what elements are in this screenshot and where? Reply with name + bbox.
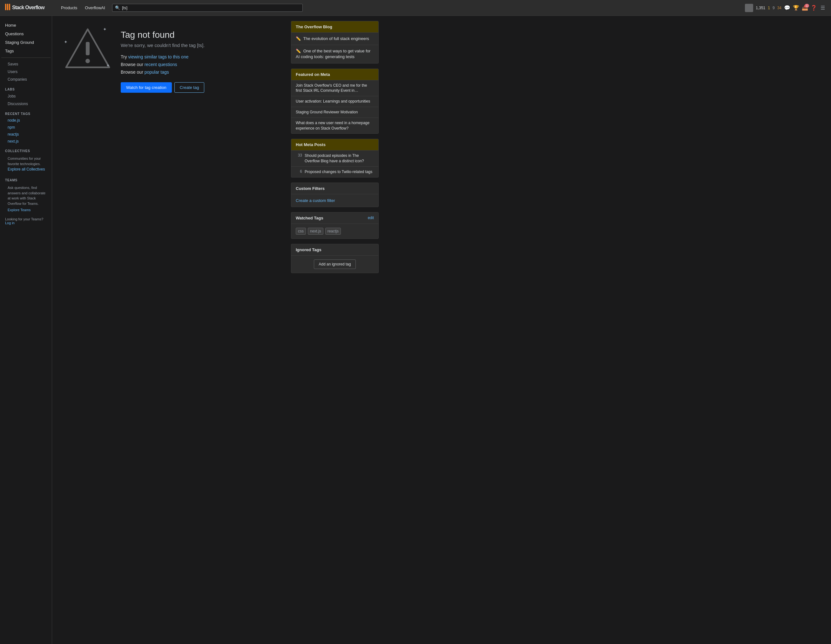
- sidebar-item-questions[interactable]: Questions: [1, 30, 51, 38]
- featured-meta-link-4[interactable]: What does a new user need in a homepage …: [296, 121, 369, 130]
- try-text: Try: [121, 54, 127, 59]
- svg-rect-0: [5, 4, 6, 10]
- hot-meta-widget: Hot Meta Posts 33 Should podcast episode…: [291, 139, 379, 177]
- watch-tag-button[interactable]: Watch for tag creation: [121, 82, 172, 93]
- avatar[interactable]: [745, 4, 753, 12]
- help-icon[interactable]: ❓: [811, 5, 817, 11]
- ignored-tags-body: Add an ignored tag: [291, 256, 378, 273]
- recent-tag-nextjs[interactable]: next.js: [1, 138, 51, 145]
- reputation-stat: 1,351: [756, 6, 765, 10]
- sidebar-item-staging-ground[interactable]: Staging Ground: [1, 38, 51, 47]
- explore-collectives-link[interactable]: Explore all Collectives: [8, 167, 45, 172]
- popular-tags-link[interactable]: popular tags: [145, 70, 169, 75]
- ignored-tags-header: Ignored Tags: [291, 244, 378, 256]
- create-tag-button[interactable]: Create tag: [174, 82, 205, 93]
- main-content: ✦ ✦ ✦ Tag not found We're sorry, we coul…: [52, 16, 287, 644]
- teams-label: TEAMS: [1, 174, 51, 183]
- sidebar-item-jobs[interactable]: Jobs: [1, 92, 51, 100]
- svg-rect-2: [9, 4, 10, 10]
- ignored-tags-widget: Ignored Tags Add an ignored tag: [291, 244, 379, 273]
- pencil-icon-1: ✏️: [296, 36, 301, 41]
- top-navigation: Stack Overflow Products OverflowAI 🔍 1,3…: [0, 0, 831, 16]
- hot-meta-header: Hot Meta Posts: [291, 139, 378, 151]
- svg-point-6: [86, 59, 90, 63]
- featured-meta-link-2[interactable]: User activation: Learnings and opportuni…: [296, 99, 370, 103]
- create-custom-filter-link[interactable]: Create a custom filter: [296, 198, 335, 203]
- left-sidebar: Home Questions Staging Ground Tags Saves…: [0, 16, 52, 644]
- hot-meta-link-2[interactable]: Proposed changes to Twilio-related tags: [305, 169, 372, 175]
- labs-label: LABS: [1, 83, 51, 92]
- recent-tag-reactjs[interactable]: reactjs: [1, 131, 51, 138]
- sidebar-item-users[interactable]: Users: [1, 68, 51, 76]
- search-bar: 🔍: [112, 4, 303, 12]
- chat-icon[interactable]: 💬: [784, 5, 790, 11]
- tag-not-found-area: ✦ ✦ ✦ Tag not found We're sorry, we coul…: [62, 24, 277, 93]
- warning-icon-area: ✦ ✦ ✦: [62, 24, 113, 74]
- blog-item-1: ✏️ The evolution of full stack engineers: [291, 33, 378, 45]
- svg-rect-1: [7, 4, 8, 10]
- sparkle-icon-3: ✦: [106, 63, 110, 68]
- topnav-links: Products OverflowAI: [58, 3, 108, 12]
- watched-tags-title: Watched Tags: [296, 216, 323, 220]
- similar-tags-link[interactable]: viewing similar tags to this one: [128, 54, 189, 59]
- overflow-blog-widget: The Overflow Blog ✏️ The evolution of fu…: [291, 21, 379, 64]
- collectives-label: COLLECTIVES: [1, 145, 51, 154]
- watched-tags-edit-link[interactable]: edit: [368, 216, 374, 220]
- featured-meta-item-2: User activation: Learnings and opportuni…: [291, 96, 378, 107]
- watched-tag-nextjs[interactable]: next.js: [308, 228, 323, 235]
- featured-meta-item-4: What does a new user need in a homepage …: [291, 118, 378, 134]
- inbox-badge: 1: [805, 4, 809, 8]
- tag-not-found-content: Tag not found We're sorry, we couldn't f…: [121, 24, 205, 93]
- svg-text:Stack Overflow: Stack Overflow: [12, 5, 45, 10]
- sidebar-item-companies[interactable]: Companies: [1, 76, 51, 83]
- featured-meta-item-3: Staging Ground Reviewer Motivation: [291, 107, 378, 118]
- custom-filters-body: Create a custom filter: [291, 194, 378, 207]
- browse-recent-row: Browse our recent questions: [121, 62, 205, 67]
- featured-meta-item-1: Join Stack Overflow's CEO and me for the…: [291, 80, 378, 97]
- add-ignored-tag-button[interactable]: Add an ignored tag: [314, 259, 355, 269]
- site-logo[interactable]: Stack Overflow: [5, 2, 53, 13]
- achievements-icon[interactable]: 🏆: [793, 5, 799, 11]
- ignored-tags-title: Ignored Tags: [296, 247, 322, 252]
- explore-teams-link[interactable]: Explore Teams: [8, 206, 47, 213]
- sidebar-item-tags[interactable]: Tags: [1, 47, 51, 55]
- gold-badge: 1: [768, 6, 770, 10]
- try-link-row: Try viewing similar tags to this one: [121, 54, 205, 59]
- featured-meta-link-3[interactable]: Staging Ground Reviewer Motivation: [296, 110, 358, 114]
- silver-badge: 9: [772, 6, 775, 10]
- featured-meta-widget: Featured on Meta Join Stack Overflow's C…: [291, 68, 379, 134]
- blog-item-1-link[interactable]: ✏️ The evolution of full stack engineers: [296, 36, 369, 41]
- watched-tags-body: css next.js reactjs: [291, 224, 378, 239]
- blog-item-2-link[interactable]: ✏️ One of the best ways to get value for…: [296, 49, 370, 59]
- page-layout: Home Questions Staging Ground Tags Saves…: [0, 16, 831, 644]
- looking-login-link[interactable]: Log in: [5, 221, 14, 225]
- overflowai-link[interactable]: OverflowAI: [82, 3, 108, 12]
- hot-meta-item-2: 6 Proposed changes to Twilio-related tag…: [291, 167, 378, 177]
- recent-tag-npm[interactable]: npm: [1, 124, 51, 131]
- search-input[interactable]: [122, 5, 300, 10]
- browse2-text: Browse our: [121, 70, 143, 75]
- products-link[interactable]: Products: [58, 3, 80, 12]
- sidebar-item-discussions[interactable]: Discussions: [1, 100, 51, 108]
- watched-tag-css[interactable]: css: [296, 228, 306, 235]
- featured-meta-link-1[interactable]: Join Stack Overflow's CEO and me for the…: [296, 83, 367, 93]
- recent-tag-nodejs[interactable]: node.js: [1, 117, 51, 124]
- watched-tags-header: Watched Tags edit: [291, 212, 378, 224]
- search-icon: 🔍: [115, 5, 120, 10]
- featured-meta-header: Featured on Meta: [291, 69, 378, 80]
- watched-tag-reactjs[interactable]: reactjs: [325, 228, 341, 235]
- right-sidebar: The Overflow Blog ✏️ The evolution of fu…: [287, 16, 382, 644]
- browse1-text: Browse our: [121, 62, 143, 67]
- sidebar-item-saves[interactable]: Saves: [1, 60, 51, 68]
- custom-filters-widget: Custom Filters Create a custom filter: [291, 183, 379, 207]
- sidebar-item-home[interactable]: Home: [1, 21, 51, 30]
- hot-meta-link-1[interactable]: Should podcast episodes in The Overflow …: [305, 153, 374, 164]
- overflow-blog-header: The Overflow Blog: [291, 21, 378, 33]
- custom-filters-header: Custom Filters: [291, 183, 378, 194]
- menu-icon[interactable]: ☰: [820, 5, 826, 11]
- blog-item-2-text: One of the best ways to get value for AI…: [296, 49, 370, 59]
- watched-tags-widget: Watched Tags edit css next.js reactjs: [291, 212, 379, 239]
- hot-meta-count-2: 6: [296, 169, 302, 174]
- inbox-icon[interactable]: 📥 1: [802, 5, 808, 11]
- recent-questions-link[interactable]: recent questions: [145, 62, 177, 67]
